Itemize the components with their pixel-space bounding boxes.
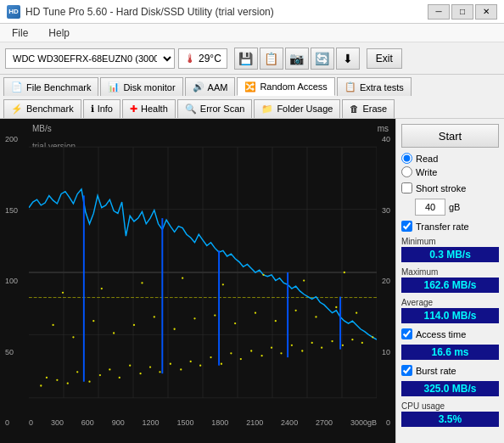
- toolbar-buttons: 💾 📋 📷 🔄 ⬇: [234, 48, 360, 70]
- thermometer-icon: 🌡: [184, 52, 196, 65]
- stat-cpu: CPU usage 3.5%: [401, 401, 499, 427]
- transfer-rate-input[interactable]: [401, 221, 412, 232]
- svg-point-45: [271, 347, 272, 349]
- stat-average: Average 114.0 MB/s: [401, 298, 499, 323]
- minimize-button[interactable]: ─: [428, 4, 450, 20]
- svg-point-75: [182, 278, 183, 279]
- extra-tests-icon: 📋: [344, 81, 356, 93]
- svg-point-76: [222, 283, 224, 285]
- menu-file[interactable]: File: [7, 25, 33, 41]
- health-icon: ✚: [130, 104, 137, 115]
- stat-minimum: Minimum 0.3 MB/s: [401, 237, 499, 262]
- svg-point-40: [221, 363, 222, 365]
- svg-point-52: [342, 345, 344, 346]
- svg-point-56: [52, 324, 53, 326]
- tab-health[interactable]: ✚ Health: [122, 99, 176, 118]
- svg-point-64: [214, 314, 216, 316]
- svg-point-44: [260, 355, 262, 356]
- title-bar: HD HD Tune Pro 5.60 - Hard Disk/SSD Util…: [0, 0, 504, 24]
- download-icon-btn[interactable]: ⬇: [336, 48, 360, 70]
- svg-point-26: [76, 371, 78, 373]
- svg-point-51: [331, 340, 333, 342]
- radio-write-input[interactable]: [401, 166, 412, 177]
- menu-help[interactable]: Help: [43, 25, 75, 41]
- svg-point-55: [372, 336, 373, 338]
- x-axis-labels: 0 300 600 900 1200 1500 1800 2100 2400 2…: [29, 418, 377, 427]
- tab-file-benchmark[interactable]: 📄 File Benchmark: [3, 77, 98, 96]
- title-bar-controls: ─ □ ✕: [428, 4, 497, 20]
- info-icon-btn[interactable]: 📋: [260, 48, 283, 70]
- tab-disk-monitor[interactable]: 📊 Disk monitor: [100, 77, 182, 96]
- main-content: MB/s ms trial version 200 150 100 50 0 4…: [0, 119, 504, 443]
- chart-area: MB/s ms trial version 200 150 100 50 0 4…: [0, 119, 395, 443]
- minimum-value: 0.3 MB/s: [401, 247, 499, 262]
- burst-rate-checkbox[interactable]: Burst rate: [401, 365, 499, 376]
- y-axis-right: 40 30 20 10 0: [380, 135, 392, 427]
- y-left-unit: MB/s: [32, 124, 52, 133]
- app-icon: HD: [7, 5, 20, 19]
- chart-container: trial version 200 150 100 50 0 40 30 20 …: [3, 135, 392, 427]
- disk-monitor-icon: 📊: [108, 81, 120, 93]
- svg-point-71: [356, 312, 357, 314]
- info-icon: ℹ: [91, 104, 94, 115]
- tab-error-scan[interactable]: 🔍 Error Scan: [177, 99, 253, 118]
- camera-icon-btn[interactable]: 📷: [285, 48, 309, 70]
- disk-dropdown[interactable]: WDC WD30EFRX-68EUZN0 (3000 gB): [5, 48, 175, 69]
- file-benchmark-icon: 📄: [11, 81, 23, 93]
- svg-point-42: [240, 358, 242, 360]
- svg-point-28: [99, 374, 101, 376]
- temperature-value: 29°C: [199, 53, 221, 64]
- benchmark-icon: ⚡: [11, 104, 23, 115]
- svg-point-53: [351, 339, 353, 340]
- error-scan-icon: 🔍: [185, 104, 197, 115]
- start-button[interactable]: Start: [401, 124, 499, 148]
- burst-rate-input[interactable]: [401, 365, 412, 376]
- svg-point-58: [92, 320, 94, 322]
- refresh-icon-btn[interactable]: 🔄: [311, 48, 334, 70]
- svg-point-27: [88, 381, 90, 383]
- burst-rate-value: 325.0 MB/s: [401, 381, 499, 396]
- transfer-rate-checkbox[interactable]: Transfer rate: [401, 221, 499, 232]
- tab-info[interactable]: ℹ Info: [83, 99, 120, 118]
- svg-point-30: [119, 377, 120, 379]
- svg-point-33: [149, 366, 151, 367]
- svg-point-35: [170, 363, 171, 365]
- tab-extra-tests[interactable]: 📋 Extra tests: [337, 77, 412, 96]
- cpu-usage-value: 3.5%: [401, 412, 499, 427]
- radio-read[interactable]: Read: [401, 153, 499, 164]
- stroke-value-input[interactable]: [415, 199, 445, 216]
- tabs-bottom-row: ⚡ Benchmark ℹ Info ✚ Health 🔍 Error Scan…: [3, 99, 501, 119]
- short-stroke-checkbox[interactable]: Short stroke: [401, 182, 499, 193]
- menu-bar: File Help: [0, 24, 504, 42]
- stat-maximum: Maximum 162.6 MB/s: [401, 267, 499, 293]
- title-bar-left: HD HD Tune Pro 5.60 - Hard Disk/SSD Util…: [7, 5, 274, 19]
- svg-point-34: [159, 371, 160, 373]
- svg-point-74: [141, 282, 143, 283]
- tab-benchmark[interactable]: ⚡ Benchmark: [3, 99, 81, 118]
- svg-point-46: [280, 352, 282, 354]
- svg-point-69: [315, 316, 316, 317]
- maximize-button[interactable]: □: [451, 4, 473, 20]
- tab-folder-usage[interactable]: 📁 Folder Usage: [254, 99, 340, 118]
- stroke-control: gB: [401, 199, 499, 216]
- svg-point-73: [101, 288, 103, 289]
- tab-aam[interactable]: 🔊 AAM: [185, 77, 236, 96]
- tab-erase[interactable]: 🗑 Erase: [342, 99, 395, 118]
- radio-read-input[interactable]: [401, 153, 412, 164]
- disk-icon-btn[interactable]: 💾: [234, 48, 258, 70]
- access-time-checkbox[interactable]: Access time: [401, 328, 499, 339]
- temperature-display: 🌡 29°C: [178, 48, 227, 69]
- svg-point-66: [255, 312, 256, 314]
- radio-write[interactable]: Write: [401, 166, 499, 177]
- svg-point-41: [230, 352, 232, 354]
- short-stroke-input[interactable]: [401, 182, 412, 193]
- svg-point-31: [129, 365, 131, 367]
- svg-point-43: [250, 350, 252, 351]
- access-time-input[interactable]: [401, 328, 412, 339]
- tab-random-access[interactable]: 🔀 Random Access: [237, 77, 334, 96]
- svg-point-29: [109, 368, 110, 370]
- toolbar: WDC WD30EFRX-68EUZN0 (3000 gB) 🌡 29°C 💾 …: [0, 42, 504, 75]
- svg-point-47: [291, 345, 293, 346]
- close-button[interactable]: ✕: [475, 4, 497, 20]
- exit-button[interactable]: Exit: [367, 48, 402, 69]
